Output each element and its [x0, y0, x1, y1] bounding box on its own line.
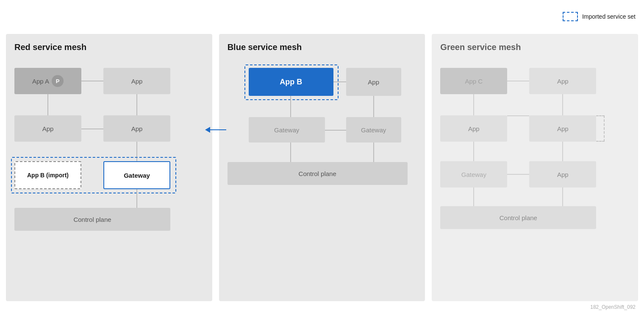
legend: Imported service set: [563, 12, 636, 21]
arrow-head: [205, 127, 210, 133]
red-p-badge: P: [52, 75, 64, 87]
green-app3-box: App: [529, 115, 596, 142]
red-app2-box: App: [14, 115, 81, 142]
blue-appb-box: App B: [249, 68, 333, 96]
green-import-indicator: [596, 115, 605, 142]
blue-connector-h-gw: [325, 130, 346, 131]
green-v1: [473, 94, 474, 115]
blue-mesh-panel: Blue service mesh App B App Gateway: [219, 34, 425, 301]
blue-connector-v-app1: [373, 96, 374, 117]
green-gateway-box: Gateway: [440, 161, 507, 187]
connector-v-app1-mid: [136, 94, 137, 115]
red-app-a-label: App A: [32, 78, 49, 85]
red-mesh-panel: Red service mesh App A P App App: [6, 34, 212, 301]
red-app3-box: App: [103, 115, 170, 142]
green-v4: [562, 142, 563, 161]
arrow-line: [210, 129, 226, 130]
blue-app1-box: App: [346, 68, 401, 96]
blue-connector-h-top: [333, 81, 346, 82]
blue-gateway2-box: Gateway: [346, 117, 401, 143]
red-app-a-box: App A P: [14, 68, 81, 94]
red-controlplane-box: Control plane: [14, 208, 170, 231]
green-appc-box: App C: [440, 68, 507, 94]
connector-v-app3-gw: [136, 142, 137, 161]
connector-h-appA-app: [81, 81, 103, 81]
green-app2-box: App: [440, 115, 507, 142]
green-mesh-panel: Green service mesh App C App App App: [432, 34, 638, 301]
green-v5: [473, 187, 474, 206]
green-connector-h-top: [507, 81, 529, 81]
green-v6: [562, 187, 563, 206]
red-app1-box: App: [103, 68, 170, 94]
blue-gateway1-box: Gateway: [249, 117, 325, 143]
green-connector-h-bot: [507, 174, 529, 175]
blue-connector-v-gw2: [373, 143, 374, 162]
red-gateway-box: Gateway: [103, 161, 170, 189]
legend-icon: [563, 12, 578, 21]
meshes-container: Red service mesh App A P App App: [6, 34, 638, 301]
connector-h-mid: [81, 129, 103, 129]
import-arrow: [205, 127, 226, 133]
connector-v-gw-cp: [136, 189, 137, 208]
red-appb-import-box: App B (import): [14, 161, 81, 189]
green-connector-h-mid: [507, 115, 529, 116]
connector-v-appa-mid: [47, 94, 48, 115]
green-controlplane-box: Control plane: [440, 206, 596, 229]
green-mesh-title: Green service mesh: [440, 42, 630, 52]
blue-connector-v1: [290, 96, 291, 117]
green-v3: [473, 142, 474, 161]
green-v2: [562, 94, 563, 115]
green-app4-box: App: [529, 161, 596, 187]
green-app1-box: App: [529, 68, 596, 94]
blue-controlplane-box: Control plane: [228, 162, 408, 185]
blue-connector-v-gw1: [290, 143, 291, 162]
legend-label: Imported service set: [582, 13, 636, 20]
watermark: 182_OpenShift_092: [590, 304, 636, 310]
red-mesh-title: Red service mesh: [14, 42, 204, 52]
blue-mesh-title: Blue service mesh: [228, 42, 417, 52]
